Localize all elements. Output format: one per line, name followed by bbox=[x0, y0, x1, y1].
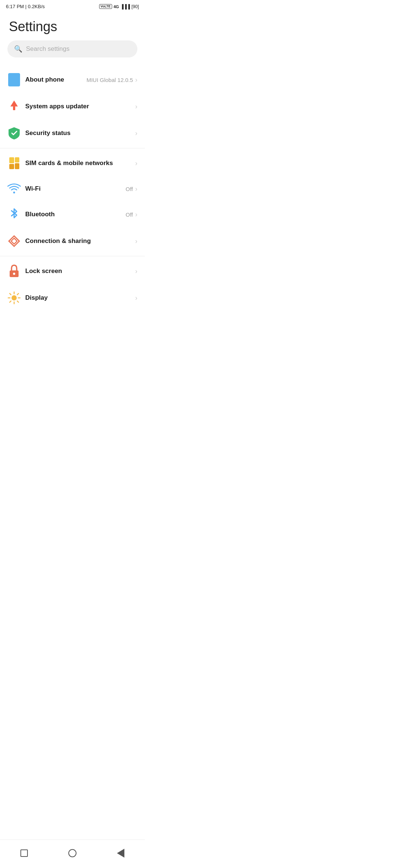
bluetooth-value: Off bbox=[125, 211, 133, 218]
chevron-icon: › bbox=[135, 294, 137, 302]
settings-item-system-apps[interactable]: System apps updater › bbox=[0, 93, 145, 120]
volte-icon: VoLTE bbox=[99, 4, 112, 9]
sim-label: SIM cards & mobile networks bbox=[25, 160, 113, 167]
chevron-icon: › bbox=[135, 103, 137, 111]
svg-marker-0 bbox=[10, 101, 18, 106]
svg-line-16 bbox=[10, 293, 11, 295]
settings-item-wifi[interactable]: Wi-Fi Off › bbox=[0, 177, 145, 201]
bluetooth-label: Bluetooth bbox=[25, 211, 55, 218]
display-label: Display bbox=[25, 294, 48, 302]
connection-icon bbox=[6, 234, 22, 248]
svg-point-10 bbox=[13, 273, 15, 275]
svg-line-18 bbox=[17, 293, 19, 295]
chevron-icon: › bbox=[135, 185, 137, 193]
status-time-speed: 6:17 PM | 0.2KB/s bbox=[6, 4, 45, 9]
status-bar: 6:17 PM | 0.2KB/s VoLTE 4G ▐▐▐ [90] bbox=[0, 0, 145, 11]
wifi-icon bbox=[6, 183, 22, 194]
chevron-icon: › bbox=[135, 237, 137, 245]
phone-icon bbox=[6, 73, 22, 86]
svg-point-6 bbox=[13, 192, 15, 194]
wifi-value: Off bbox=[125, 186, 133, 192]
chevron-icon: › bbox=[135, 129, 137, 137]
settings-item-lock-screen[interactable]: Lock screen › bbox=[0, 258, 145, 285]
connection-label: Connection & sharing bbox=[25, 237, 91, 245]
status-time: 6:17 PM bbox=[6, 4, 24, 9]
settings-item-display[interactable]: Display › bbox=[0, 285, 145, 311]
display-icon bbox=[6, 291, 22, 305]
chevron-icon: › bbox=[135, 160, 137, 167]
svg-rect-1 bbox=[13, 106, 15, 110]
main-content: Settings 🔍 Search settings About phone M… bbox=[0, 11, 145, 341]
svg-point-11 bbox=[12, 295, 17, 300]
chevron-icon: › bbox=[135, 211, 137, 218]
signal-icon: ▐▐▐ bbox=[120, 4, 130, 9]
lock-icon bbox=[6, 264, 22, 278]
chevron-icon: › bbox=[135, 76, 137, 84]
settings-item-sim[interactable]: SIM cards & mobile networks › bbox=[0, 150, 145, 177]
security-label: Security status bbox=[25, 129, 71, 137]
divider-1 bbox=[0, 148, 145, 148]
about-phone-value: MIUI Global 12.0.5 bbox=[87, 77, 133, 83]
status-icons: VoLTE 4G ▐▐▐ [90] bbox=[99, 4, 139, 9]
svg-rect-5 bbox=[15, 163, 19, 169]
svg-marker-8 bbox=[11, 238, 17, 244]
update-icon bbox=[6, 100, 22, 113]
bluetooth-icon bbox=[6, 208, 22, 221]
svg-line-19 bbox=[10, 301, 11, 302]
svg-rect-2 bbox=[9, 157, 14, 163]
settings-item-security[interactable]: Security status › bbox=[0, 120, 145, 147]
page-title: Settings bbox=[0, 11, 145, 40]
svg-rect-3 bbox=[9, 164, 14, 169]
chevron-icon: › bbox=[135, 267, 137, 275]
settings-item-connection[interactable]: Connection & sharing › bbox=[0, 228, 145, 254]
svg-rect-4 bbox=[15, 157, 19, 162]
svg-line-17 bbox=[17, 301, 19, 302]
system-apps-label: System apps updater bbox=[25, 103, 89, 110]
svg-marker-7 bbox=[9, 236, 19, 246]
divider-2 bbox=[0, 256, 145, 256]
search-icon: 🔍 bbox=[14, 45, 22, 53]
sim-icon bbox=[6, 157, 22, 170]
status-separator: | bbox=[25, 4, 28, 9]
search-placeholder: Search settings bbox=[26, 45, 69, 53]
about-phone-label: About phone bbox=[25, 76, 64, 83]
network-icon: 4G bbox=[114, 4, 119, 9]
settings-item-bluetooth[interactable]: Bluetooth Off › bbox=[0, 201, 145, 228]
search-bar[interactable]: 🔍 Search settings bbox=[7, 40, 137, 57]
status-speed: 0.2KB/s bbox=[28, 4, 45, 9]
settings-item-about-phone[interactable]: About phone MIUI Global 12.0.5 › bbox=[0, 66, 145, 93]
battery-icon: [90] bbox=[131, 4, 139, 9]
shield-icon bbox=[6, 126, 22, 140]
lock-screen-label: Lock screen bbox=[25, 267, 62, 275]
wifi-label: Wi-Fi bbox=[25, 185, 40, 193]
